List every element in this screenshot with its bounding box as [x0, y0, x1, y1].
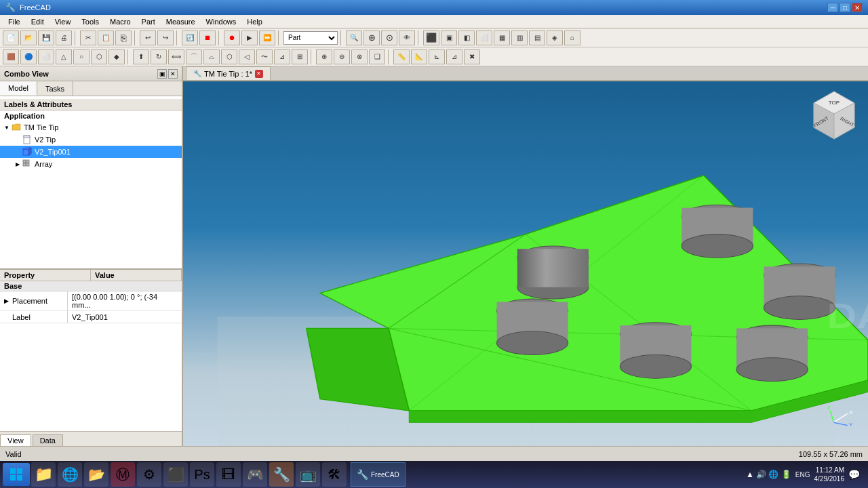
record-button[interactable]: ⏺	[224, 30, 240, 45]
menu-part[interactable]: Part	[136, 16, 161, 27]
shell-tool[interactable]: ⬡	[221, 49, 237, 64]
box-tool[interactable]: 🟫	[3, 49, 19, 64]
maximize-button[interactable]: □	[840, 3, 850, 12]
notification-icon[interactable]: 💬	[848, 469, 860, 480]
tab-data[interactable]: Data	[33, 434, 63, 446]
offset3d-tool[interactable]: ⊿	[274, 49, 290, 64]
copy-button[interactable]: 📋	[98, 30, 114, 45]
view-top-button[interactable]: ⬜	[476, 30, 492, 45]
taskbar-icon-ie[interactable]: 🌐	[58, 462, 82, 487]
tab-tasks[interactable]: Tasks	[37, 81, 73, 96]
zoom-out-button[interactable]: ⊙	[381, 30, 397, 45]
expand-icon-tm[interactable]: ▼	[3, 123, 11, 131]
sweep-tool[interactable]: 〜	[256, 49, 273, 64]
undo-button[interactable]: ↩	[140, 30, 156, 45]
compound-tool[interactable]: ❑	[369, 49, 385, 64]
bool-cut-tool[interactable]: ⊖	[334, 49, 350, 64]
fillet-tool[interactable]: ⌒	[186, 49, 202, 64]
cylinder-tool[interactable]: 🔵	[20, 49, 37, 64]
system-clock[interactable]: 11:12 AM 4/29/2016	[814, 466, 845, 483]
minimize-button[interactable]: ─	[827, 3, 838, 12]
save-button[interactable]: 💾	[38, 30, 54, 45]
torus-tool[interactable]: ○	[73, 49, 90, 64]
view-front-button[interactable]: ▣	[441, 30, 457, 45]
combo-restore-button[interactable]: ▣	[157, 69, 167, 79]
view-tab-close-button[interactable]: ✕	[255, 70, 263, 78]
play-button[interactable]: ▶	[241, 30, 258, 45]
revolve-tool[interactable]: ↻	[151, 49, 167, 64]
menu-edit[interactable]: Edit	[26, 16, 50, 27]
view-bottom-button[interactable]: ▦	[494, 30, 510, 45]
cut-button[interactable]: ✂	[80, 30, 96, 45]
loft-tool[interactable]: ◁	[239, 49, 255, 64]
measure4-tool[interactable]: ⊿	[446, 49, 462, 64]
menu-tools[interactable]: Tools	[76, 16, 104, 27]
taskbar-icon-cmd[interactable]: ⬛	[163, 462, 188, 487]
tree-node-v2-tip[interactable]: ▶ V2 Tip	[0, 134, 182, 146]
play2-button[interactable]: ⏩	[259, 30, 275, 45]
taskbar-icon-tools[interactable]: 🛠	[322, 462, 347, 487]
menu-help[interactable]: Help	[241, 16, 268, 27]
tab-model[interactable]: Model	[0, 81, 37, 96]
measure1-tool[interactable]: 📏	[393, 49, 410, 64]
measure2-tool[interactable]: 📐	[411, 49, 427, 64]
redo-button[interactable]: ↪	[157, 30, 174, 45]
tube-tool[interactable]: ⬡	[91, 49, 107, 64]
extrude-tool[interactable]: ⬆	[133, 49, 149, 64]
taskbar-icon-files[interactable]: 📂	[84, 462, 108, 487]
view-tab-tm-tie-tip[interactable]: 🔧 TM Tie Tip : 1* ✕	[186, 66, 271, 80]
zoom-fit-button[interactable]: 🔍	[346, 30, 362, 45]
taskbar-icon-freecad[interactable]: 🔧	[269, 462, 294, 487]
tree-node-tm-tie-tip[interactable]: ▼ TM Tie Tip	[0, 121, 182, 134]
close-button[interactable]: ✕	[852, 3, 863, 12]
section-tool[interactable]: ⊞	[292, 49, 308, 64]
taskbar-icon-explorer[interactable]: 📁	[31, 462, 56, 487]
combo-close-button[interactable]: ✕	[168, 69, 178, 79]
taskbar-icon-settings[interactable]: ⚙	[137, 462, 161, 487]
sep-t3	[388, 49, 391, 64]
refresh-button[interactable]: 🔃	[182, 30, 198, 45]
menu-macro[interactable]: Macro	[104, 16, 136, 27]
menu-file[interactable]: File	[3, 16, 26, 27]
menu-view[interactable]: View	[50, 16, 77, 27]
view-back-button[interactable]: ◧	[458, 30, 475, 45]
tree-node-array[interactable]: ▶ Array	[0, 158, 182, 170]
taskbar-icon-game[interactable]: 🎮	[243, 462, 267, 487]
tab-view[interactable]: View	[0, 434, 31, 446]
measure-clear-tool[interactable]: ✖	[464, 49, 480, 64]
print-button[interactable]: 🖨	[56, 30, 72, 45]
sphere-tool[interactable]: ⚪	[38, 49, 54, 64]
cone-tool[interactable]: △	[56, 49, 72, 64]
taskbar-icon-media[interactable]: Ⓜ	[111, 462, 135, 487]
new-button[interactable]: 📄	[3, 30, 19, 45]
home-button[interactable]: ⌂	[564, 30, 580, 45]
bool-intersect-tool[interactable]: ⊗	[351, 49, 368, 64]
chamfer-tool[interactable]: ⌓	[203, 49, 220, 64]
3d-viewport[interactable]: X Y Z DA TOP	[183, 81, 868, 446]
zoom-in-button[interactable]: ⊕	[363, 30, 380, 45]
view-options-button[interactable]: 👁	[399, 30, 415, 45]
expand-icon-array[interactable]: ▶	[14, 160, 22, 168]
bool-union-tool[interactable]: ⊕	[316, 49, 332, 64]
workbench-selector[interactable]: Part Draft Arch FEM	[283, 31, 338, 45]
view-right-button[interactable]: ▥	[511, 30, 528, 45]
view-left-button[interactable]: ▤	[529, 30, 545, 45]
paste-button[interactable]: ⎘	[115, 30, 132, 45]
prim-tool[interactable]: ◆	[108, 49, 125, 64]
start-button[interactable]	[3, 463, 30, 486]
view-cube[interactable]: TOP FRONT RIGHT	[807, 88, 861, 142]
stop-button[interactable]: ⏹	[199, 30, 216, 45]
open-button[interactable]: 📂	[20, 30, 37, 45]
measure3-tool[interactable]: ⊾	[429, 49, 445, 64]
expand-placement-icon[interactable]: ▶	[4, 298, 11, 304]
mirror-tool[interactable]: ⟺	[168, 49, 184, 64]
view-iso-button[interactable]: ◈	[547, 30, 563, 45]
taskbar-icon-photoshop[interactable]: Ps	[190, 462, 214, 487]
taskbar-icon-tv[interactable]: 📺	[296, 462, 320, 487]
view-box-button[interactable]: ⬛	[423, 30, 439, 45]
active-window-button[interactable]: 🔧 FreeCAD	[351, 462, 406, 487]
menu-measure[interactable]: Measure	[161, 16, 201, 27]
menu-windows[interactable]: Windows	[201, 16, 242, 27]
tree-node-v2-tip001[interactable]: ▶ V2_Tip001	[0, 146, 182, 158]
taskbar-icon-browser2[interactable]: 🎞	[216, 462, 241, 487]
